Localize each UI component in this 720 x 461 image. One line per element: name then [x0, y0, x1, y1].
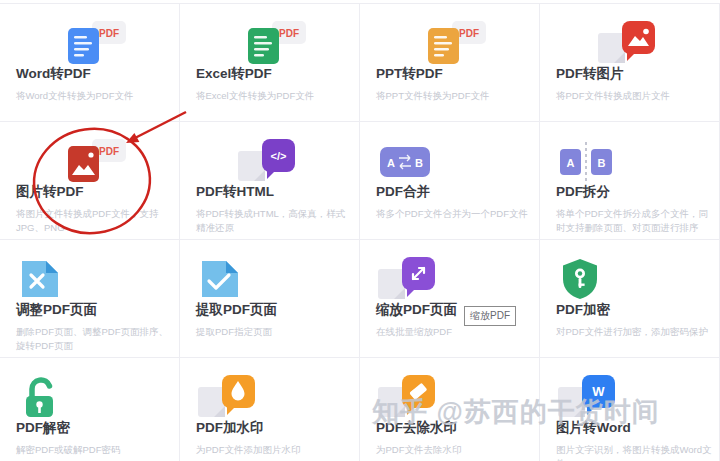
pdf-split-icon: A B [558, 139, 630, 185]
tool-subtitle: 将Word文件转换为PDF文件 [16, 89, 174, 103]
tool-card-word-to-pdf[interactable]: PDF Word转PDF 将Word文件转换为PDF文件 [0, 4, 180, 122]
tool-subtitle: 将PPT文件转换为PDF文件 [376, 89, 534, 103]
tool-subtitle: 删除PDF页面、调整PDF页面排序、旋转PDF页面 [16, 325, 174, 353]
tool-title: PDF合并 [376, 183, 430, 201]
excel-doc-pdf-icon: PDF [238, 21, 310, 67]
tool-card-extract-pdf-pages[interactable]: 提取PDF页面 提取PDF指定页面 [180, 240, 360, 358]
extract-pages-icon [198, 257, 270, 303]
svg-text:</>: </> [271, 150, 287, 162]
tool-card-image-to-pdf[interactable]: PDF 图片转PDF 将图片文件转换成PDF文件，支持JPG、PNG [0, 122, 180, 240]
svg-text:B: B [415, 157, 423, 169]
tool-title: Excel转PDF [196, 65, 272, 83]
tool-card-excel-to-pdf[interactable]: PDF Excel转PDF 将Excel文件转换为PDF文件 [180, 4, 360, 122]
svg-text:B: B [598, 157, 606, 169]
tool-subtitle: 将图片文件转换成PDF文件，支持JPG、PNG [16, 207, 174, 235]
tool-card-pdf-split[interactable]: A B PDF拆分 将单个PDF文件拆分成多个文件，同时支持删除页面、对页面进行… [540, 122, 720, 240]
tool-title: 缩放PDF页面 [376, 301, 457, 319]
tool-card-pdf-add-watermark[interactable]: PDF加水印 为PDF文件添加图片水印 [180, 358, 360, 461]
tool-title: PDF转HTML [196, 183, 274, 201]
tool-title: PPT转PDF [376, 65, 443, 83]
tool-card-zoom-pdf-pages[interactable]: 缩放PDF页面 在线批量缩放PDF [360, 240, 540, 358]
tool-subtitle: 将Excel文件转换为PDF文件 [196, 89, 354, 103]
pdf-to-image-icon [598, 21, 670, 67]
svg-text:PDF: PDF [99, 28, 119, 39]
tool-title: Word转PDF [16, 65, 91, 83]
tool-title: PDF拆分 [556, 183, 610, 201]
svg-text:PDF: PDF [459, 28, 479, 39]
tool-title: PDF转图片 [556, 65, 624, 83]
tool-card-pdf-to-html[interactable]: </> PDF转HTML 将PDF转换成HTML，高保真，样式精准还原 [180, 122, 360, 240]
tool-card-adjust-pdf-pages[interactable]: 调整PDF页面 删除PDF页面、调整PDF页面排序、旋转PDF页面 [0, 240, 180, 358]
ppt-doc-pdf-icon: PDF [418, 21, 490, 67]
tool-subtitle: 将PDF转换成HTML，高保真，样式精准还原 [196, 207, 354, 235]
zoom-pdf-tooltip: 缩放PDF [464, 306, 516, 326]
word-doc-pdf-icon: PDF [58, 21, 130, 67]
tool-subtitle: 对PDF文件进行加密，添加密码保护 [556, 325, 714, 339]
tool-title: 图片转PDF [16, 183, 84, 201]
tool-subtitle: 在线批量缩放PDF [376, 325, 534, 339]
svg-text:PDF: PDF [99, 146, 119, 157]
svg-text:A: A [567, 157, 575, 169]
tool-subtitle: 将单个PDF文件拆分成多个文件，同时支持删除页面、对页面进行排序 [556, 207, 714, 235]
pdf-to-html-icon: </> [238, 139, 310, 185]
tool-subtitle: 将多个PDF文件合并为一个PDF文件 [376, 207, 534, 221]
tool-subtitle: 将PDF文件转换成图片文件 [556, 89, 714, 103]
pdf-merge-icon: A B [378, 139, 450, 185]
tool-title: PDF解密 [16, 419, 70, 437]
tool-card-pdf-decrypt[interactable]: PDF解密 解密PDF或破解PDF密码 [0, 358, 180, 461]
tool-card-pdf-to-image[interactable]: PDF转图片 将PDF文件转换成图片文件 [540, 4, 720, 122]
add-watermark-icon [198, 375, 270, 421]
tool-card-pdf-merge[interactable]: A B PDF合并 将多个PDF文件合并为一个PDF文件 [360, 122, 540, 240]
zhihu-watermark: 知乎 @苏西的干货时间 [372, 394, 660, 430]
pdf-tools-page: PDF Word转PDF 将Word文件转换为PDF文件 PDF Excel转P… [0, 0, 720, 461]
svg-text:PDF: PDF [279, 28, 299, 39]
zoom-pages-icon [378, 257, 450, 303]
svg-text:A: A [387, 157, 395, 169]
tool-card-pdf-encrypt[interactable]: PDF加密 对PDF文件进行加密，添加密码保护 [540, 240, 720, 358]
tool-subtitle: 图片文字识别，将图片转换成Word文件 [556, 443, 714, 461]
decrypt-padlock-icon [18, 375, 90, 421]
encrypt-shield-icon [558, 257, 630, 303]
image-to-pdf-icon: PDF [58, 139, 130, 185]
tools-grid: PDF Word转PDF 将Word文件转换为PDF文件 PDF Excel转P… [0, 3, 720, 461]
tool-subtitle: 解密PDF或破解PDF密码 [16, 443, 174, 457]
tool-subtitle: 提取PDF指定页面 [196, 325, 354, 339]
adjust-pages-icon [18, 257, 90, 303]
tool-subtitle: 为PDF文件去除水印 [376, 443, 534, 457]
tool-title: PDF加密 [556, 301, 610, 319]
tool-title: PDF加水印 [196, 419, 264, 437]
tool-title: 提取PDF页面 [196, 301, 277, 319]
tool-subtitle: 为PDF文件添加图片水印 [196, 443, 354, 457]
tool-title: 调整PDF页面 [16, 301, 97, 319]
tool-card-ppt-to-pdf[interactable]: PDF PPT转PDF 将PPT文件转换为PDF文件 [360, 4, 540, 122]
